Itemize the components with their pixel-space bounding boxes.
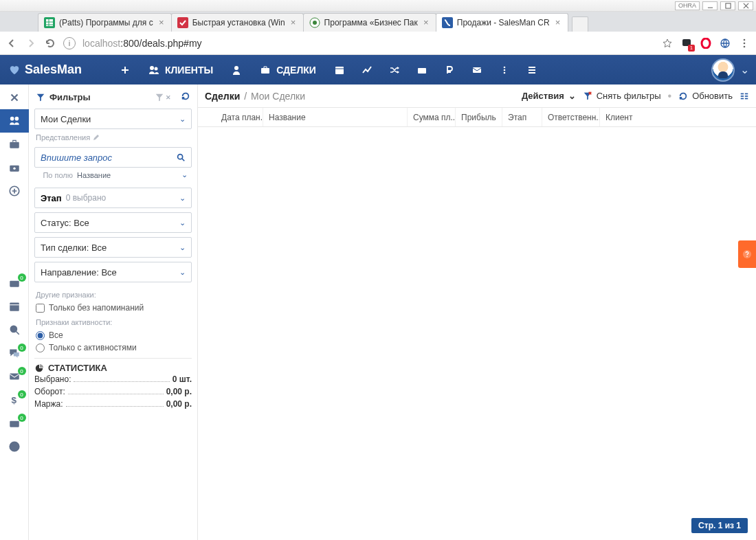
nav-shuffle-icon[interactable] — [381, 55, 408, 85]
nav-calendar-icon[interactable] — [326, 55, 353, 85]
col-date[interactable]: Дата план. — [216, 108, 263, 126]
favicon-blue-icon — [442, 17, 453, 28]
col-owner[interactable]: Ответственн... — [542, 108, 599, 126]
refresh-icon — [678, 91, 688, 101]
tab-close-icon[interactable]: × — [157, 19, 166, 27]
pencil-icon[interactable] — [93, 134, 100, 141]
sidebar-item-chat[interactable]: 0 — [0, 341, 29, 365]
window-close-button[interactable] — [738, 1, 753, 10]
new-tab-button[interactable] — [572, 16, 588, 32]
filters-title: Фильтры — [49, 92, 91, 102]
help-tab[interactable] — [738, 240, 756, 268]
window-maximize-button[interactable] — [720, 1, 735, 10]
nav-person-icon[interactable] — [223, 55, 250, 85]
sidebar-item-add[interactable] — [0, 179, 29, 203]
brand-text: SalesMan — [25, 63, 82, 77]
sidebar-item-mail[interactable]: 0 — [0, 365, 29, 388]
chart-icon — [34, 363, 44, 373]
svg-point-11 — [744, 42, 746, 44]
nav-hamburger-icon[interactable] — [518, 55, 546, 85]
radio-all[interactable]: Все — [34, 329, 192, 341]
preset-select[interactable]: Мои Сделки ⌄ — [34, 109, 192, 129]
sidebar-item-calendar[interactable] — [0, 295, 29, 318]
svg-rect-0 — [725, 3, 730, 8]
sidebar-close-icon[interactable] — [0, 86, 29, 109]
nav-ruble-icon[interactable] — [436, 55, 463, 85]
svg-point-15 — [234, 66, 238, 70]
chevron-down-icon: ⌄ — [568, 91, 576, 101]
tab-title: Быстрая установка (Win — [192, 18, 285, 27]
stats-header: СТАТИСТИКА — [34, 358, 192, 373]
filter-refresh-icon[interactable] — [181, 91, 190, 103]
chevron-down-icon: ⌄ — [179, 115, 186, 124]
actions-dropdown[interactable]: Действия ⌄ — [522, 91, 576, 101]
col-stage[interactable]: Этап — [502, 108, 542, 126]
svg-point-20 — [504, 66, 506, 68]
search-byfield[interactable]: По полю Название ⌄ — [34, 170, 192, 188]
sidebar-item-briefcase3[interactable]: 0 — [0, 271, 29, 295]
refresh-button[interactable]: Обновить — [678, 91, 733, 101]
radio-withact[interactable]: Только с активностями — [34, 341, 192, 354]
nav-item-deals[interactable]: СДЕЛКИ — [250, 55, 326, 85]
stat-margin: Маржа:0,00 р. — [34, 398, 192, 410]
svg-rect-38 — [741, 95, 744, 97]
tab-title: (Patts) Программы для c — [59, 18, 153, 27]
stat-turnover: Оборот:0,00 р. — [34, 385, 192, 398]
sidebar-item-briefcase2[interactable] — [0, 156, 29, 179]
opera-icon[interactable] — [700, 37, 712, 49]
tab-close-icon[interactable]: × — [289, 19, 298, 27]
search-icon[interactable] — [176, 153, 186, 162]
nav-add-button[interactable] — [111, 55, 139, 85]
user-avatar[interactable] — [711, 58, 735, 82]
ohra-badge: OHRA — [675, 1, 700, 10]
browser-menu-icon[interactable] — [738, 37, 751, 49]
clear-filters-button[interactable]: Снять фильтры — [583, 91, 661, 101]
nav-forward-button[interactable] — [25, 37, 37, 49]
tab-close-icon[interactable]: × — [554, 19, 562, 27]
col-name[interactable]: Название — [263, 108, 407, 126]
view-toggle-icon[interactable] — [740, 91, 749, 101]
window-minimize-button[interactable] — [702, 1, 718, 10]
avatar-chevron-icon[interactable]: ⌄ — [740, 63, 749, 76]
nav-chart-icon[interactable] — [353, 55, 381, 85]
url-text[interactable]: localhost:800/deals.php#my — [82, 38, 654, 49]
svg-rect-18 — [418, 68, 426, 74]
page-badge[interactable]: Стр. 1 из 1 — [691, 518, 748, 533]
stage-select[interactable]: Этап 0 выбрано ⌄ — [34, 188, 192, 208]
browser-tab[interactable]: (Patts) Программы для c × — [38, 13, 172, 32]
browser-tabstrip: (Patts) Программы для c × Быстрая устано… — [0, 12, 756, 32]
sidebar-item-help[interactable] — [0, 435, 29, 458]
browser-tab-active[interactable]: Продажи - SalesMan CR × — [436, 13, 568, 32]
chk-noreminders[interactable]: Только без напоминаний — [34, 302, 192, 314]
sidebar-item-deals[interactable] — [0, 109, 29, 133]
nav-mail-icon[interactable] — [463, 55, 491, 85]
nav-back-button[interactable] — [5, 37, 18, 49]
search-box[interactable] — [34, 147, 192, 168]
nav-reload-button[interactable] — [44, 37, 56, 49]
sidebar-item-money[interactable]: $0 — [0, 388, 29, 412]
filter-clear-icon[interactable]: ✕ — [155, 93, 171, 102]
col-client[interactable]: Клиент — [599, 108, 756, 126]
extension-icon[interactable]: 1 — [680, 37, 693, 49]
nav-briefcase2-icon[interactable] — [408, 55, 436, 85]
sidebar-item-briefcase4[interactable]: 0 — [0, 412, 29, 435]
status-select[interactable]: Статус: Все⌄ — [34, 212, 192, 233]
brand-logo[interactable]: SalesMan — [8, 63, 111, 77]
direction-select[interactable]: Направление: Все⌄ — [34, 262, 192, 282]
browser-tab[interactable]: Быстрая установка (Win × — [171, 13, 304, 32]
svg-rect-30 — [10, 302, 19, 311]
sidebar-item-search[interactable] — [0, 318, 29, 341]
site-info-icon[interactable]: i — [63, 37, 76, 49]
sidebar-item-briefcase[interactable] — [0, 133, 29, 156]
globe-icon[interactable] — [719, 37, 731, 49]
nav-more-icon[interactable] — [491, 55, 518, 85]
browser-tab[interactable]: Программа «Бизнес Пак × — [303, 13, 436, 32]
tab-close-icon[interactable]: × — [422, 19, 430, 27]
nav-item-clients[interactable]: КЛИЕНТЫ — [139, 55, 223, 85]
col-sum[interactable]: Сумма пл... — [407, 108, 455, 126]
bookmark-star-icon[interactable] — [661, 37, 674, 49]
col-profit[interactable]: Прибыль — [455, 108, 502, 126]
search-input[interactable] — [41, 153, 176, 163]
dealtype-select[interactable]: Тип сделки: Все⌄ — [34, 237, 192, 258]
svg-rect-40 — [745, 93, 748, 94]
